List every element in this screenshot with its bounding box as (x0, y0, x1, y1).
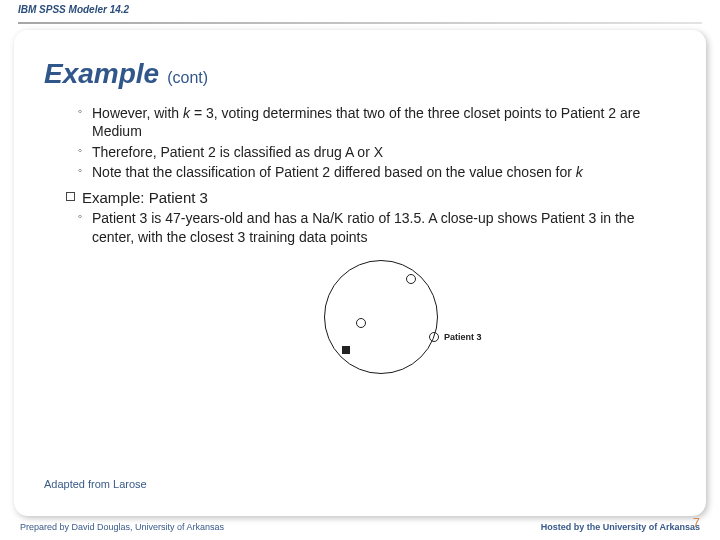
footer: Prepared by David Douglas, University of… (0, 518, 720, 536)
header-rule (18, 22, 702, 24)
box-bullet-item: Example: Patient 3 (66, 188, 676, 208)
bullet-list: However, with k = 3, voting determines t… (78, 104, 676, 246)
footer-left: Prepared by David Douglas, University of… (20, 522, 224, 532)
data-point-patient3 (342, 346, 350, 354)
title-row: Example (cont) (44, 58, 676, 90)
bullet-item: Note that the classification of Patient … (78, 163, 676, 181)
slide-number: 7 (693, 515, 700, 530)
bullet-item: Therefore, Patient 2 is classified as dr… (78, 143, 676, 161)
bullet-text: Example: Patient 3 (82, 189, 208, 206)
slide: IBM SPSS Modeler 14.2 Example (cont) How… (0, 0, 720, 540)
bullet-text: Patient 3 is 47-years-old and has a Na/K… (92, 210, 634, 244)
bullet-text: However, with (92, 105, 183, 121)
title-main: Example (44, 58, 159, 90)
var-k: k (576, 164, 583, 180)
figure: Patient 3 (44, 252, 676, 382)
bullet-text: Note that the classification of Patient … (92, 164, 576, 180)
app-brand: IBM SPSS Modeler 14.2 (18, 4, 129, 15)
patient3-label: Patient 3 (444, 332, 482, 342)
var-k: k (183, 105, 190, 121)
bullet-item: Patient 3 is 47-years-old and has a Na/K… (78, 209, 676, 246)
adapted-from: Adapted from Larose (44, 478, 147, 490)
title-sub: (cont) (167, 69, 208, 87)
knn-circle (324, 260, 438, 374)
data-point-open (429, 332, 439, 342)
content-card: Example (cont) However, with k = 3, voti… (14, 30, 706, 516)
bullet-item: However, with k = 3, voting determines t… (78, 104, 676, 141)
bullet-text: Therefore, Patient 2 is classified as dr… (92, 144, 383, 160)
footer-right: Hosted by the University of Arkansas (541, 522, 700, 532)
